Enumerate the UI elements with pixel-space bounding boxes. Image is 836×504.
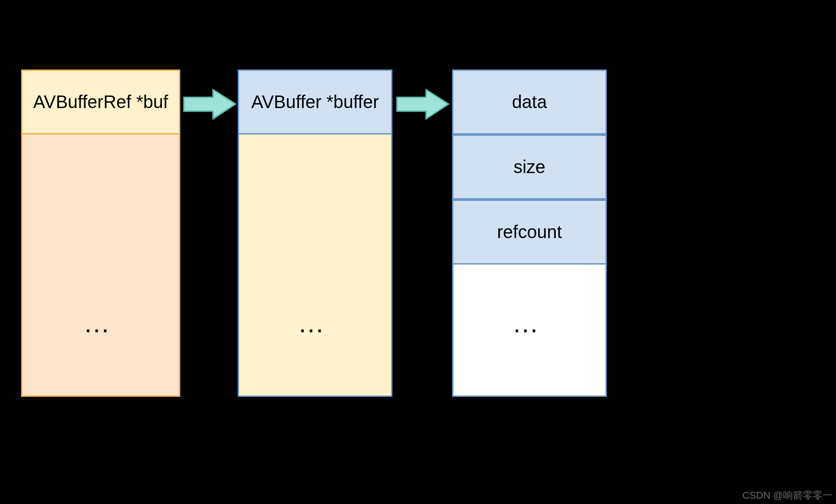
arrow-avbufferref-to-avbuffer [395,87,451,121]
avpacket-ellipsis: … [21,278,180,368]
svg-marker-1 [397,90,448,119]
avbuffer-field-refcount: refcount [452,200,607,265]
title-avbuffer: AVBuffer [493,43,567,64]
avbufferref-ellipsis: … [238,278,392,368]
svg-marker-0 [184,90,235,119]
avbuffer-field-data-label: data [512,92,547,112]
arrow-avpacket-to-avbufferref [182,87,238,121]
avbuffer-field-data: data [452,70,607,135]
avpacket-field-buf: AVBufferRef *buf [21,70,180,135]
title-avbufferref: AVBufferRef [269,43,372,64]
title-avpacket: AVPacket [63,43,144,64]
watermark: CSDN @响箭零零一 [742,489,832,502]
avbuffer-field-size: size [452,135,607,200]
avbuffer-field-size-label: size [514,157,545,177]
avbufferref-field-buffer-label: AVBuffer *buffer [251,92,379,112]
avbufferref-field-buffer: AVBuffer *buffer [238,70,392,135]
avbuffer-ellipsis: … [452,278,607,368]
avbuffer-field-refcount-label: refcount [497,222,562,242]
avpacket-field-buf-label: AVBufferRef *buf [33,92,168,112]
